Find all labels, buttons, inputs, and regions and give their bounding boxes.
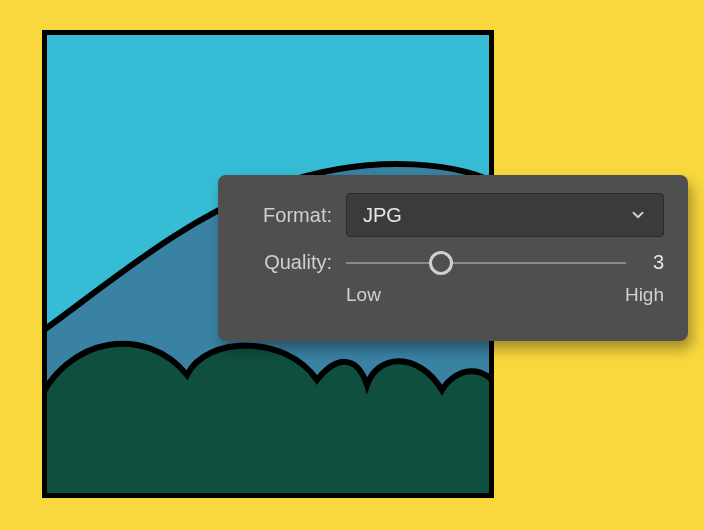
quality-slider-thumb[interactable] — [429, 251, 453, 275]
format-row: Format: JPG — [242, 193, 664, 237]
format-label: Format: — [242, 204, 332, 227]
quality-value: 3 — [644, 251, 664, 274]
quality-low-label: Low — [346, 284, 381, 306]
quality-label: Quality: — [242, 251, 332, 274]
quality-slider[interactable] — [346, 262, 626, 264]
export-settings-panel: Format: JPG Quality: 3 Low High — [218, 175, 688, 341]
quality-high-label: High — [625, 284, 664, 306]
quality-range-labels: Low High — [242, 284, 664, 306]
format-value: JPG — [363, 204, 402, 227]
quality-row: Quality: 3 — [242, 251, 664, 274]
quality-slider-wrap: 3 — [346, 251, 664, 274]
format-select[interactable]: JPG — [346, 193, 664, 237]
chevron-down-icon — [629, 206, 647, 224]
